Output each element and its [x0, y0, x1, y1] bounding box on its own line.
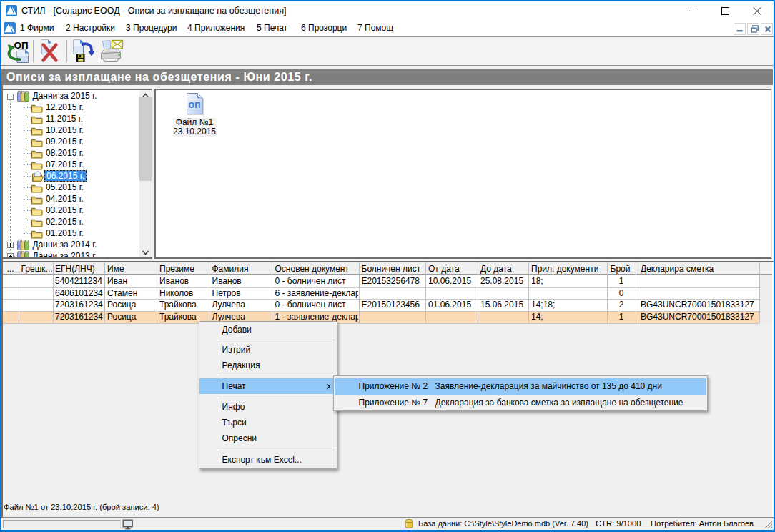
svg-text:оп: оп	[188, 99, 201, 110]
